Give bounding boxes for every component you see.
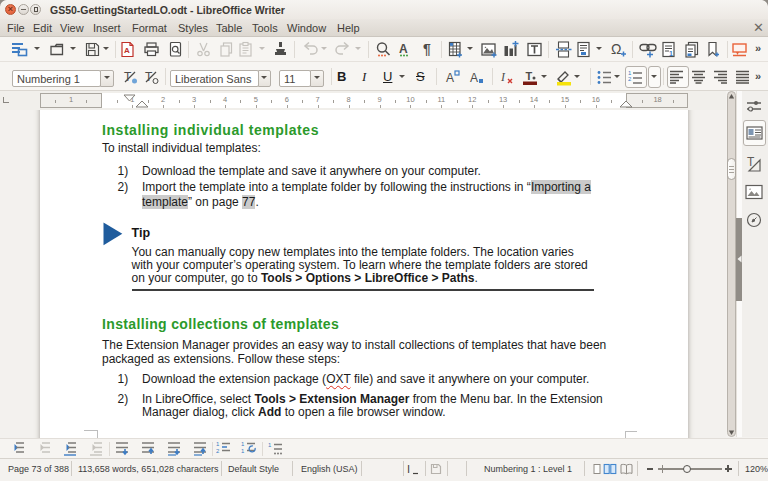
svg-text:1: 1 xyxy=(241,448,245,454)
svg-text:2: 2 xyxy=(628,76,632,82)
svg-text:A: A xyxy=(470,71,478,85)
svg-text:A: A xyxy=(124,46,130,55)
svg-text:A: A xyxy=(446,71,454,85)
svg-text:1: 1 xyxy=(268,442,272,448)
svg-text:Ω: Ω xyxy=(611,41,621,57)
svg-text:1: 1 xyxy=(241,441,245,447)
svg-text:T: T xyxy=(526,70,533,82)
svg-text:I: I xyxy=(500,70,506,84)
svg-text:¶: ¶ xyxy=(423,41,431,57)
svg-text:2: 2 xyxy=(216,448,220,454)
svg-text:I: I xyxy=(407,463,410,475)
svg-text:A: A xyxy=(399,42,408,56)
svg-text:1: 1 xyxy=(216,441,220,447)
svg-text:1: 1 xyxy=(669,50,673,57)
